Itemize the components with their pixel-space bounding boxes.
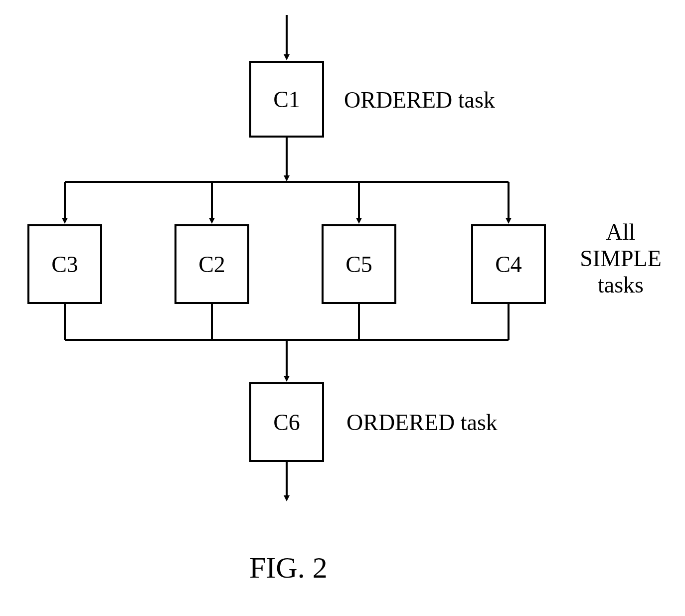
label-simple: All SIMPLE tasks <box>571 219 671 299</box>
label-simple-line1: All <box>571 219 671 246</box>
node-c2: C2 <box>174 224 249 304</box>
label-simple-line3: tasks <box>571 272 671 299</box>
node-c4-label: C4 <box>495 251 522 278</box>
label-simple-line2: SIMPLE <box>571 246 671 272</box>
node-c1-label: C1 <box>273 86 300 113</box>
node-c3: C3 <box>27 224 102 304</box>
figure-caption: FIG. 2 <box>249 551 328 585</box>
node-c5-label: C5 <box>345 251 372 278</box>
figure-2-diagram: C1 ORDERED task C3 C2 C5 C4 All SIMPLE t… <box>0 0 685 616</box>
node-c4: C4 <box>471 224 546 304</box>
label-ordered-bottom: ORDERED task <box>346 410 498 436</box>
node-c1: C1 <box>249 61 324 138</box>
node-c5: C5 <box>322 224 396 304</box>
flow-lines <box>0 0 685 616</box>
label-ordered-top: ORDERED task <box>344 87 495 114</box>
node-c6: C6 <box>249 382 324 462</box>
node-c2-label: C2 <box>198 251 225 278</box>
node-c6-label: C6 <box>273 409 300 436</box>
node-c3-label: C3 <box>51 251 78 278</box>
